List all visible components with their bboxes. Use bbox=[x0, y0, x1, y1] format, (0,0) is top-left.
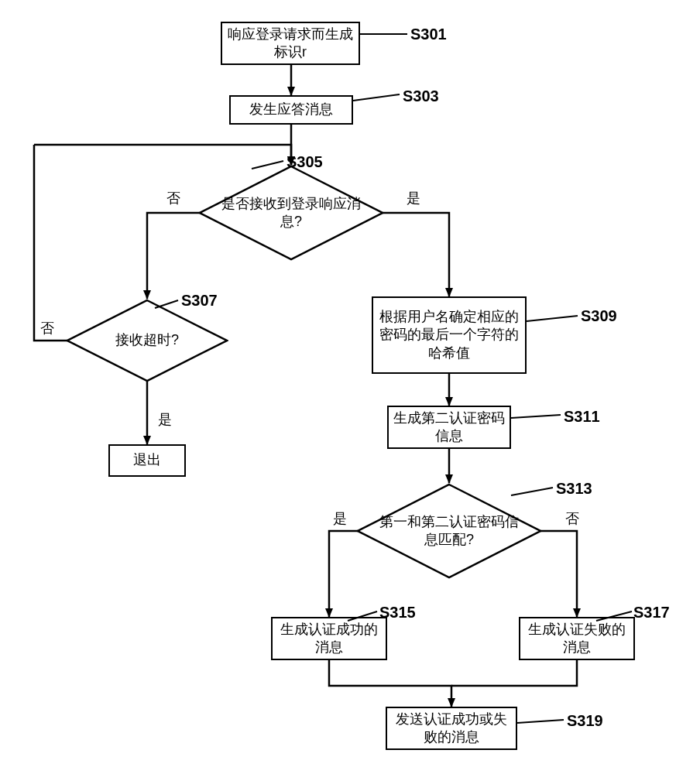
label-s309: S309 bbox=[581, 307, 617, 325]
node-s311-text: 生成第二认证密码信息 bbox=[393, 409, 505, 446]
node-exit-text: 退出 bbox=[133, 451, 161, 469]
edge-s313-yes: 是 bbox=[333, 509, 347, 528]
svg-line-7 bbox=[527, 316, 578, 321]
node-s303-text: 发生应答消息 bbox=[249, 101, 333, 118]
node-s305: 是否接收到登录响应消息? bbox=[198, 165, 384, 261]
node-s309: 根据用户名确定相应的密码的最后一个字符的哈希值 bbox=[372, 296, 527, 374]
label-s319: S319 bbox=[567, 712, 603, 730]
node-s311: 生成第二认证密码信息 bbox=[387, 406, 511, 449]
edge-s305-yes: 是 bbox=[407, 189, 420, 207]
label-s315: S315 bbox=[379, 604, 416, 622]
node-s319: 发送认证成功或失败的消息 bbox=[386, 707, 517, 750]
label-s307: S307 bbox=[181, 292, 218, 310]
node-s313: 第一和第二认证密码信息匹配? bbox=[356, 483, 542, 579]
svg-line-4 bbox=[353, 94, 400, 101]
node-s315-text: 生成认证成功的消息 bbox=[277, 621, 381, 657]
node-s317: 生成认证失败的消息 bbox=[519, 617, 635, 660]
node-s309-text: 根据用户名确定相应的密码的最后一个字符的哈希值 bbox=[378, 308, 520, 362]
node-s301: 响应登录请求而生成标识r bbox=[221, 22, 360, 65]
label-s303: S303 bbox=[403, 87, 439, 105]
svg-line-8 bbox=[511, 415, 561, 418]
node-s315: 生成认证成功的消息 bbox=[271, 617, 387, 660]
node-s307: 接收超时? bbox=[66, 299, 228, 382]
node-s319-text: 发送认证成功或失败的消息 bbox=[392, 711, 511, 747]
node-exit: 退出 bbox=[108, 444, 186, 477]
edge-s313-no: 否 bbox=[565, 509, 579, 528]
node-s303: 发生应答消息 bbox=[229, 95, 353, 125]
svg-line-12 bbox=[517, 720, 564, 723]
node-s313-text: 第一和第二认证密码信息匹配? bbox=[379, 513, 519, 550]
label-s305: S305 bbox=[287, 153, 323, 171]
label-s301: S301 bbox=[410, 26, 447, 43]
edge-s307-no: 否 bbox=[40, 319, 54, 337]
node-s307-text: 接收超时? bbox=[115, 331, 179, 349]
node-s301-text: 响应登录请求而生成标识r bbox=[227, 26, 354, 62]
node-s317-text: 生成认证失败的消息 bbox=[525, 621, 629, 657]
label-s317: S317 bbox=[633, 604, 670, 622]
edge-s307-yes: 是 bbox=[158, 410, 172, 429]
edge-s305-no: 否 bbox=[166, 189, 180, 207]
label-s313: S313 bbox=[556, 480, 592, 498]
node-s305-text: 是否接收到登录响应消息? bbox=[221, 195, 361, 231]
label-s311: S311 bbox=[564, 408, 600, 426]
